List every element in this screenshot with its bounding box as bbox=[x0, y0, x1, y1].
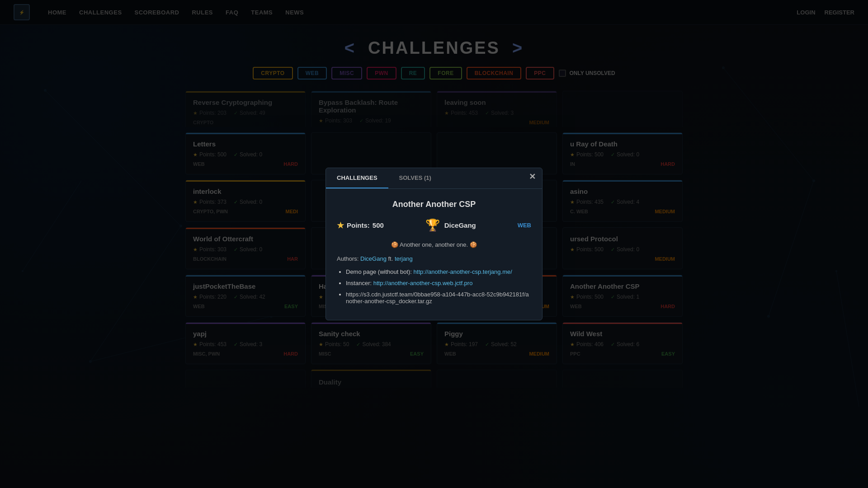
points-label: Points: bbox=[347, 221, 370, 229]
link-item-3: https://s3.cdn.justctf.team/0bbae958-a10… bbox=[346, 291, 531, 305]
link-static-3: https://s3.cdn.justctf.team/0bbae958-a10… bbox=[346, 291, 529, 305]
modal-links: Demo page (without bot): http://another-… bbox=[337, 268, 531, 305]
modal-points: ★ Points: 500 bbox=[337, 221, 384, 230]
modal-challenge-title: Another Another CSP bbox=[337, 200, 531, 209]
team-name: DiceGang bbox=[444, 221, 476, 229]
link-url-2[interactable]: http://another-another-csp.web.jctf.pro bbox=[373, 280, 473, 286]
modal-tab-solves[interactable]: SOLVES (1) bbox=[388, 168, 442, 188]
author1-link[interactable]: DiceGang bbox=[360, 255, 387, 262]
modal-tab-challenges[interactable]: CHALLENGES bbox=[326, 168, 388, 188]
link-label-2: Instancer: bbox=[346, 280, 372, 286]
link-url-1[interactable]: http://another-another-csp.terjang.me/ bbox=[414, 268, 512, 275]
star-icon: ★ bbox=[337, 221, 344, 230]
link-item-1: Demo page (without bot): http://another-… bbox=[346, 268, 531, 275]
modal-authors: Authors: DiceGang ft. terjang bbox=[337, 255, 531, 262]
modal-tabs: CHALLENGES SOLVES (1) ✕ bbox=[326, 168, 542, 189]
modal-body: Another Another CSP ★ Points: 500 🏆 Dice… bbox=[326, 189, 542, 320]
modal-team: 🏆 DiceGang bbox=[425, 218, 476, 232]
modal: CHALLENGES SOLVES (1) ✕ Another Another … bbox=[326, 168, 542, 320]
link-label-1: Demo page (without bot): bbox=[346, 268, 412, 275]
link-item-2: Instancer: http://another-another-csp.we… bbox=[346, 280, 531, 286]
ft-text: ft. bbox=[388, 255, 394, 262]
modal-close-button[interactable]: ✕ bbox=[529, 173, 536, 181]
points-value: 500 bbox=[373, 221, 384, 229]
author2-link[interactable]: terjang bbox=[395, 255, 413, 262]
authors-prefix: Authors: bbox=[337, 255, 359, 262]
modal-description: 🍪 Another one, another one. 🍪 bbox=[337, 241, 531, 248]
modal-overlay[interactable]: CHALLENGES SOLVES (1) ✕ Another Another … bbox=[0, 0, 868, 488]
modal-web-tag: WEB bbox=[518, 222, 531, 229]
modal-points-row: ★ Points: 500 🏆 DiceGang WEB bbox=[337, 218, 531, 232]
trophy-icon: 🏆 bbox=[425, 218, 440, 232]
